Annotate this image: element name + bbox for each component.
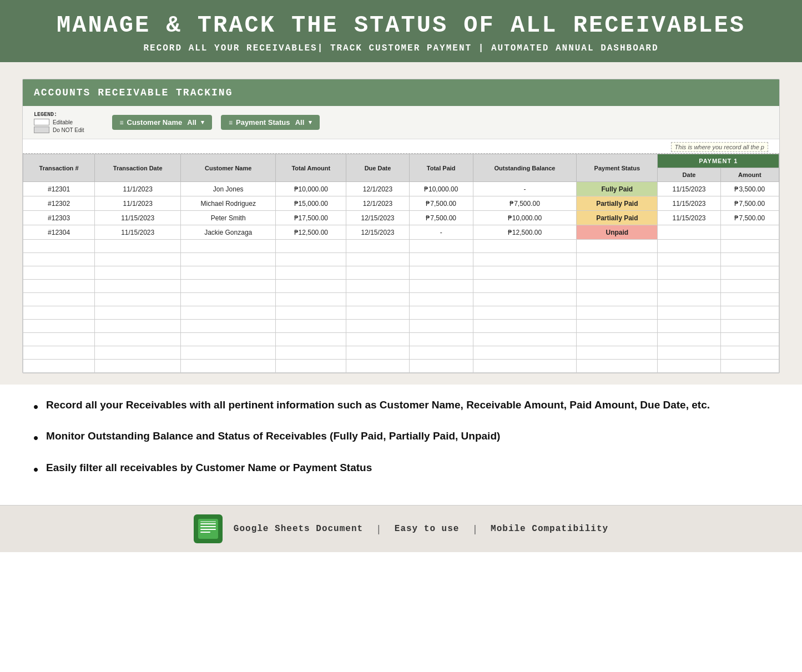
cell-total-amount: ₱17,500.00: [276, 211, 346, 225]
cell-customer: Peter Smith: [181, 211, 276, 225]
main-content: ACCOUNTS RECEIVABLE TRACKING LEGEND: Edi…: [0, 62, 802, 385]
table-row: #12303 11/15/2023 Peter Smith ₱17,500.00…: [23, 211, 779, 225]
svg-rect-3: [200, 526, 216, 527]
table-container: Transaction # Transaction Date Customer …: [23, 154, 779, 373]
cell-customer: Michael Rodriguez: [181, 196, 276, 211]
spreadsheet-card: ACCOUNTS RECEIVABLE TRACKING LEGEND: Edi…: [22, 79, 780, 373]
legend-no-edit: Do NOT Edit: [34, 127, 84, 133]
empty-row: [23, 266, 779, 280]
bullet-item: • Easily filter all receivables by Custo…: [33, 461, 769, 479]
empty-row: [23, 306, 779, 320]
note-text: This is where you record all the p: [671, 142, 768, 152]
empty-row: [23, 280, 779, 293]
empty-row: [23, 360, 779, 373]
col-header-outstanding: Outstanding Balance: [473, 154, 577, 182]
customer-name-filter[interactable]: ≡ Customer Name All ▾: [112, 115, 212, 130]
empty-row: [23, 240, 779, 253]
chevron-down-icon-1: ▾: [201, 119, 204, 126]
chevron-down-icon-2: ▾: [309, 119, 312, 126]
sheet-header: ACCOUNTS RECEIVABLE TRACKING: [23, 79, 779, 106]
filter-icon-2: ≡: [229, 119, 233, 127]
cell-status: Fully Paid: [577, 182, 658, 196]
bullets-section: • Record all your Receivables with all p…: [0, 385, 802, 505]
cell-payment-amount: ₱3,500.00: [720, 182, 779, 196]
cell-total-paid: ₱7,500.00: [409, 211, 473, 225]
cell-total-amount: ₱10,000.00: [276, 182, 346, 196]
empty-row: [23, 253, 779, 266]
filters-container: ≡ Customer Name All ▾ ≡ Payment Status A…: [112, 115, 320, 130]
cell-payment-date: 11/15/2023: [658, 196, 720, 211]
bullet-item: • Record all your Receivables with all p…: [33, 398, 769, 417]
empty-row: [23, 320, 779, 333]
payment-status-filter[interactable]: ≡ Payment Status All ▾: [221, 115, 320, 130]
no-edit-box: [34, 127, 49, 133]
col-header-payment-date: Date: [658, 168, 720, 182]
svg-rect-5: [200, 532, 210, 533]
payment-status-filter-value: All: [294, 118, 305, 127]
empty-row: [23, 293, 779, 306]
footer-doc-type: Google Sheets Document: [234, 524, 363, 534]
footer-mobile: Mobile Compatibility: [491, 524, 608, 534]
legend-editable: Editable: [34, 119, 84, 125]
empty-row: [23, 333, 779, 346]
sheet-title: ACCOUNTS RECEIVABLE TRACKING: [34, 87, 768, 98]
svg-rect-6: [200, 521, 216, 522]
cell-date: 11/15/2023: [95, 225, 181, 240]
legend: LEGEND: Editable Do NOT Edit: [34, 112, 84, 133]
cell-payment-amount: [720, 225, 779, 240]
col-header-date: Transaction Date: [95, 154, 181, 182]
cell-transaction: #12302: [23, 196, 95, 211]
cell-payment-amount: ₱7,500.00: [720, 196, 779, 211]
cell-due-date: 12/15/2023: [346, 211, 409, 225]
cell-due-date: 12/15/2023: [346, 225, 409, 240]
cell-customer: Jackie Gonzaga: [181, 225, 276, 240]
customer-name-filter-value: All: [185, 118, 196, 127]
cell-outstanding: ₱12,500.00: [473, 225, 577, 240]
legend-label: LEGEND:: [34, 112, 84, 118]
no-edit-label: Do NOT Edit: [53, 127, 84, 133]
page-header: MANAGE & TRACK THE STATUS OF ALL RECEIVA…: [0, 0, 802, 62]
bullet-text: Easily filter all receivables by Custome…: [46, 461, 372, 476]
cell-outstanding: ₱10,000.00: [473, 211, 577, 225]
cell-date: 11/1/2023: [95, 196, 181, 211]
bullet-dot: •: [33, 397, 38, 417]
col-header-total-amount: Total Amount: [276, 154, 346, 182]
google-sheets-logo: [194, 514, 223, 543]
cell-total-paid: -: [409, 225, 473, 240]
footer-easy: Easy to use: [395, 524, 460, 534]
table-row: #12302 11/1/2023 Michael Rodriguez ₱15,0…: [23, 196, 779, 211]
filter-icon-1: ≡: [120, 119, 124, 127]
svg-rect-2: [200, 523, 216, 524]
cell-date: 11/1/2023: [95, 182, 181, 196]
bullet-item: • Monitor Outstanding Balance and Status…: [33, 429, 769, 448]
svg-rect-4: [200, 529, 216, 530]
payment-group-header: PAYMENT 1: [658, 154, 779, 168]
col-header-payment-amount: Amount: [720, 168, 779, 182]
col-header-transaction: Transaction #: [23, 154, 95, 182]
footer: Google Sheets Document | Easy to use | M…: [0, 505, 802, 552]
cell-date: 11/15/2023: [95, 211, 181, 225]
col-header-customer: Customer Name: [181, 154, 276, 182]
col-header-status: Payment Status: [577, 154, 658, 182]
cell-total-amount: ₱15,000.00: [276, 196, 346, 211]
cell-status: Partially Paid: [577, 211, 658, 225]
bullet-dot: •: [33, 459, 38, 479]
cell-customer: Jon Jones: [181, 182, 276, 196]
main-title: MANAGE & TRACK THE STATUS OF ALL RECEIVA…: [22, 12, 780, 39]
cell-payment-date: 11/15/2023: [658, 182, 720, 196]
cell-total-paid: ₱7,500.00: [409, 196, 473, 211]
cell-total-paid: ₱10,000.00: [409, 182, 473, 196]
footer-sep1: |: [377, 523, 380, 535]
cell-transaction: #12303: [23, 211, 95, 225]
empty-row: [23, 346, 779, 360]
cell-due-date: 12/1/2023: [346, 182, 409, 196]
cell-payment-date: 11/15/2023: [658, 211, 720, 225]
bullet-dot: •: [33, 428, 38, 448]
cell-payment-date: [658, 225, 720, 240]
note-row: This is where you record all the p: [23, 139, 779, 154]
bullet-text: Monitor Outstanding Balance and Status o…: [46, 429, 500, 444]
cell-due-date: 12/1/2023: [346, 196, 409, 211]
cell-total-amount: ₱12,500.00: [276, 225, 346, 240]
bullet-text: Record all your Receivables with all per…: [46, 398, 710, 413]
cell-outstanding: -: [473, 182, 577, 196]
